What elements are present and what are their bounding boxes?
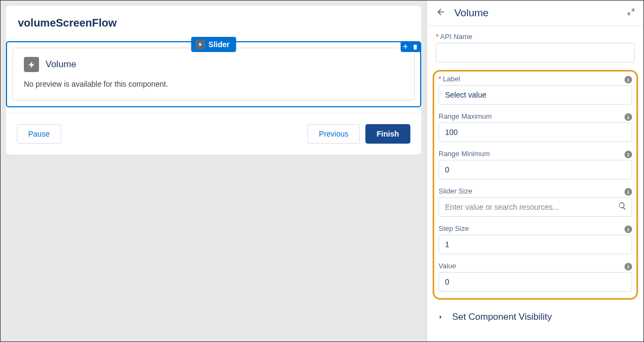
field-range-max: Range Maximum i (439, 112, 632, 142)
flow-title: volumeScreenFlow (18, 17, 409, 29)
slider-size-label: Slider Size (439, 187, 472, 195)
component-type-tag: Slider (191, 37, 236, 52)
field-slider-size: Slider Size i (439, 187, 632, 217)
visibility-label: Set Component Visibility (452, 312, 552, 322)
range-min-input[interactable] (439, 160, 632, 179)
lightning-icon (196, 40, 205, 49)
expand-icon[interactable] (627, 8, 635, 18)
panel-title: Volume (454, 7, 619, 19)
label-label: Label (443, 75, 460, 83)
screen-footer: Pause Previous Finish (6, 113, 421, 154)
required-indicator: * (436, 33, 439, 41)
flow-screen-card: volumeScreenFlow Slider (6, 6, 421, 154)
field-range-min: Range Minimum i (439, 150, 632, 179)
field-step-size: Step Size i (439, 224, 632, 254)
slider-size-input[interactable] (439, 197, 632, 217)
value-label: Value (439, 262, 456, 270)
step-size-input[interactable] (439, 235, 632, 254)
api-name-input[interactable] (436, 43, 635, 62)
info-icon[interactable]: i (624, 151, 632, 158)
highlighted-properties: * Label i Range Maximum i Range Minimum (433, 70, 638, 300)
api-name-label: API Name (440, 33, 472, 41)
pause-button[interactable]: Pause (17, 124, 61, 144)
chevron-right-icon (437, 313, 445, 321)
back-arrow-icon[interactable] (436, 7, 446, 19)
info-icon[interactable]: i (624, 225, 632, 233)
info-icon[interactable]: i (624, 263, 632, 270)
value-input[interactable] (439, 272, 632, 292)
field-value: Value i (439, 262, 632, 292)
visibility-accordion[interactable]: Set Component Visibility (436, 307, 635, 327)
move-icon[interactable] (401, 42, 410, 52)
field-api-name: * API Name (436, 33, 635, 62)
search-icon[interactable] (618, 202, 627, 212)
component-type-label: Slider (209, 40, 230, 49)
previous-button[interactable]: Previous (307, 124, 359, 144)
range-max-label: Range Maximum (439, 112, 492, 120)
field-label: * Label i (439, 75, 632, 105)
info-icon[interactable]: i (624, 188, 632, 196)
range-min-label: Range Minimum (439, 150, 490, 158)
finish-button[interactable]: Finish (365, 124, 410, 144)
lightning-icon (24, 57, 39, 72)
range-max-input[interactable] (439, 122, 632, 142)
component-toolbar (401, 42, 420, 52)
info-icon[interactable]: i (624, 76, 632, 83)
component-title: Volume (46, 59, 76, 70)
info-icon[interactable]: i (624, 113, 632, 121)
required-indicator: * (439, 75, 441, 83)
canvas-area: volumeScreenFlow Slider (1, 1, 427, 341)
properties-panel: Volume * API Name * Label (427, 1, 643, 341)
no-preview-message: No preview is available for this compone… (24, 80, 403, 88)
delete-icon[interactable] (410, 42, 420, 52)
step-size-label: Step Size (439, 224, 469, 233)
label-input[interactable] (439, 85, 632, 105)
